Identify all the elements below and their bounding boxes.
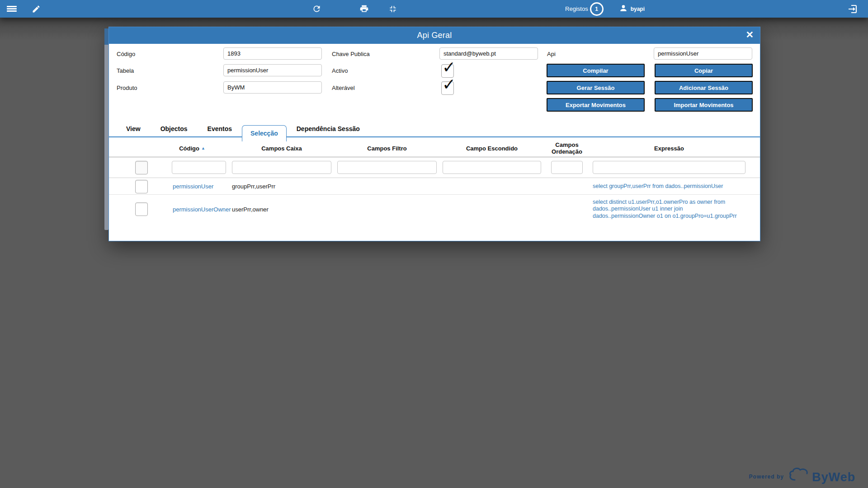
codigo-input[interactable] (223, 47, 322, 60)
importar-movimentos-button[interactable]: Importar Movimentos (655, 98, 753, 112)
brand-text: ByWeb (812, 472, 855, 483)
tab-dependencia-sessao[interactable]: Dependência Sessão (287, 121, 370, 136)
activo-label: Activo (332, 67, 348, 74)
tabela-input[interactable] (223, 64, 322, 76)
refresh-icon[interactable] (307, 0, 326, 18)
filter-campo-escondido-input[interactable] (443, 161, 541, 174)
produto-label: Produto (117, 84, 137, 91)
header-campos-filtro[interactable]: Campos Filtro (337, 145, 437, 152)
header-expressao[interactable]: Expressão (593, 145, 745, 152)
powered-by-label: Powered by (749, 474, 784, 483)
api-input[interactable] (654, 47, 752, 60)
tab-eventos[interactable]: Eventos (198, 121, 242, 136)
alteravel-checkbox[interactable]: ✓ (441, 81, 454, 95)
api-geral-dialog: Api Geral ✕ Código Tabela Produto Chave … (108, 27, 760, 241)
adicionar-sessao-button[interactable]: Adicionar Sessão (655, 81, 753, 94)
table-row: permissionUser groupPrr,userPrr select g… (109, 178, 760, 195)
byweb-brand: ByWeb (788, 466, 855, 483)
row-campos-caixa: userPrr,owner (232, 206, 331, 213)
header-codigo[interactable]: Código▲ (158, 145, 226, 152)
table-header-row: Código▲ Campos Caixa Campos Filtro Campo… (109, 141, 760, 156)
tabela-label: Tabela (117, 67, 134, 74)
compilar-button[interactable]: Compilar (547, 64, 645, 77)
filter-campos-caixa-input[interactable] (232, 161, 331, 174)
header-campo-escondido[interactable]: Campo Escondido (443, 145, 541, 152)
powered-by-logo: Powered by ByWeb (749, 466, 855, 483)
header-campos-ordenacao[interactable]: Campos Ordenação (547, 142, 587, 155)
codigo-label: Código (117, 51, 135, 57)
tab-view[interactable]: View (116, 121, 151, 136)
check-icon: ✓ (442, 76, 456, 93)
modal-header: Api Geral ✕ (109, 27, 760, 44)
edit-pencil-icon[interactable] (27, 0, 45, 18)
registos-counter: Registos 1 (565, 2, 604, 16)
filter-campos-ordenacao-input[interactable] (551, 161, 583, 174)
table-filter-row (109, 157, 760, 178)
activo-checkbox[interactable]: ✓ (441, 64, 454, 78)
filter-campos-filtro-input[interactable] (337, 161, 437, 174)
menu-icon[interactable] (3, 0, 21, 18)
tab-seleccao[interactable]: Selecção (242, 125, 287, 141)
alteravel-label: Alterável (332, 84, 355, 91)
close-icon[interactable]: ✕ (745, 30, 754, 39)
top-app-bar: Registos 1 byapi (0, 0, 868, 18)
row-expressao: select distinct u1.userPrr,o1.ownerPro a… (593, 199, 745, 220)
user-name: byapi (631, 6, 645, 12)
row-checkbox[interactable] (135, 180, 148, 193)
cloud-icon (788, 466, 812, 483)
registos-count-badge: 1 (590, 2, 604, 16)
gerar-sessao-button[interactable]: Gerar Sessão (547, 81, 645, 94)
check-icon: ✓ (442, 59, 456, 75)
sort-asc-icon: ▲ (201, 146, 205, 150)
copiar-button[interactable]: Copiar (655, 64, 753, 77)
row-campos-caixa: groupPrr,userPrr (232, 183, 331, 190)
chave-publica-input[interactable] (439, 47, 538, 60)
produto-input[interactable] (223, 81, 322, 94)
logout-icon[interactable] (844, 0, 862, 18)
row-expressao: select groupPrr,userPrr from dados..perm… (593, 183, 745, 190)
row-codigo-link[interactable]: permissionUser (158, 183, 226, 190)
tab-objectos[interactable]: Objectos (151, 121, 198, 136)
modal-title: Api Geral (417, 31, 452, 40)
filter-expressao-input[interactable] (593, 161, 745, 174)
chave-publica-label: Chave Publica (332, 51, 370, 57)
print-icon[interactable] (355, 0, 373, 18)
row-codigo-link[interactable]: permissionUserOwner (158, 206, 226, 213)
table-row: permissionUserOwner userPrr,owner select… (109, 195, 760, 223)
api-label: Api (547, 51, 556, 57)
row-checkbox[interactable] (135, 202, 148, 216)
tab-bar: View Objectos Eventos Selecção Dependênc… (109, 120, 760, 137)
compress-icon[interactable] (384, 0, 402, 18)
registos-label: Registos (565, 5, 588, 12)
filter-codigo-input[interactable] (172, 161, 226, 174)
select-all-checkbox[interactable] (135, 161, 148, 174)
exportar-movimentos-button[interactable]: Exportar Movimentos (547, 98, 645, 112)
header-campos-caixa[interactable]: Campos Caixa (232, 145, 331, 152)
user-icon (619, 4, 628, 14)
user-menu[interactable]: byapi (619, 4, 645, 14)
modal-scrollbar[interactable] (104, 28, 108, 230)
